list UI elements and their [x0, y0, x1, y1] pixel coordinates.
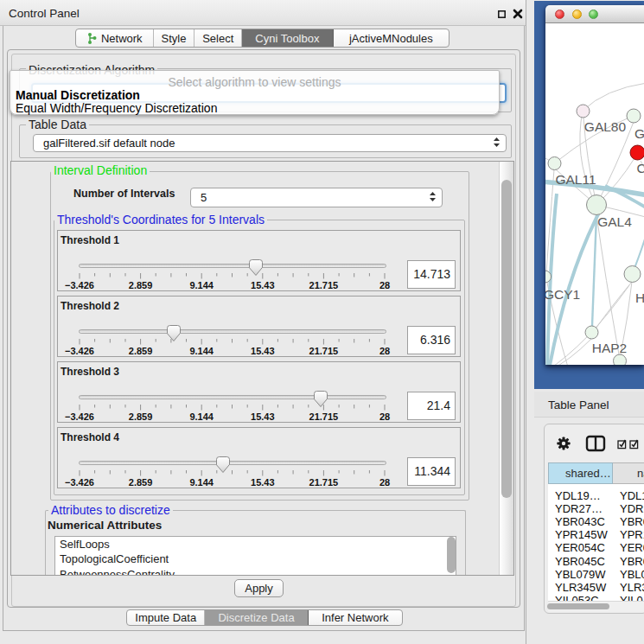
svg-text:GAL11: GAL11: [555, 172, 596, 187]
svg-text:GCY1: GCY1: [545, 287, 580, 302]
svg-text:HI: HI: [635, 290, 644, 305]
svg-text:GAL80: GAL80: [584, 119, 627, 134]
svg-text:GAL4: GAL4: [597, 214, 632, 229]
svg-text:CR: CR: [637, 161, 644, 175]
svg-text:GAL: GAL: [634, 126, 644, 141]
svg-text:HAP2: HAP2: [592, 341, 628, 355]
